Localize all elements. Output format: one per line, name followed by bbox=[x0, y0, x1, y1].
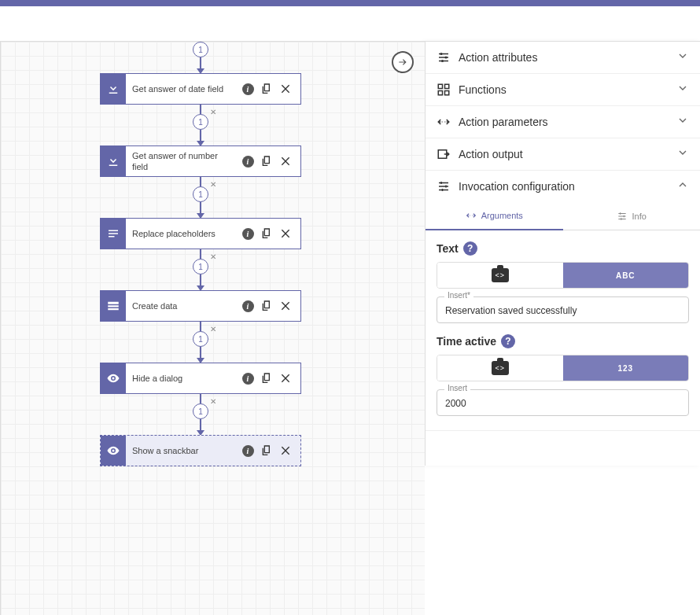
node-info-button[interactable]: i bbox=[241, 371, 255, 385]
connector-badge[interactable]: 1 bbox=[193, 42, 208, 57]
node-info-button[interactable]: i bbox=[241, 444, 255, 458]
arrow-right-icon bbox=[397, 57, 408, 68]
field-input-time[interactable] bbox=[437, 389, 689, 416]
node-copy-button[interactable] bbox=[260, 226, 274, 241]
node-info-button[interactable]: i bbox=[241, 154, 255, 168]
eye-icon bbox=[101, 363, 126, 393]
output-icon bbox=[437, 147, 451, 161]
flow-node[interactable]: Show a snackbari bbox=[100, 435, 301, 466]
toggle-code-time[interactable]: <> bbox=[437, 355, 563, 381]
node-label: Create data bbox=[126, 291, 241, 321]
toggle-literal-time[interactable]: 123 bbox=[563, 355, 689, 381]
node-delete-button[interactable] bbox=[278, 154, 293, 168]
table-icon bbox=[101, 291, 126, 321]
section-invocation-configuration[interactable]: Invocation configuration bbox=[426, 171, 700, 202]
flow-node[interactable]: Replace placeholdersi bbox=[100, 218, 301, 249]
svg-point-0 bbox=[440, 53, 443, 55]
field-label-text: Text? bbox=[437, 241, 689, 256]
section-title: Action attributes bbox=[459, 51, 669, 64]
svg-point-2 bbox=[441, 60, 444, 62]
flow-node[interactable]: Hide a dialogi bbox=[100, 363, 301, 394]
flow-node[interactable]: Get answer of number fieldi bbox=[100, 145, 301, 177]
grid-icon bbox=[437, 83, 451, 97]
chevron-down-icon bbox=[676, 50, 689, 65]
config-icon bbox=[437, 179, 451, 193]
remove-connector-icon[interactable]: ✕ bbox=[210, 325, 216, 333]
node-label: Hide a dialog bbox=[126, 363, 241, 393]
connector-badge[interactable]: 1 bbox=[193, 331, 208, 347]
section-title: Action output bbox=[459, 148, 669, 160]
node-label: Get answer of number field bbox=[126, 146, 241, 176]
node-copy-button[interactable] bbox=[260, 82, 274, 96]
collapse-panel-button[interactable] bbox=[392, 51, 414, 73]
eye-icon bbox=[101, 436, 126, 466]
node-info-button[interactable]: i bbox=[241, 82, 255, 96]
node-copy-button[interactable] bbox=[260, 444, 274, 458]
connector-badge[interactable]: 1 bbox=[193, 403, 208, 419]
section-action-parameters[interactable]: Action parameters bbox=[426, 106, 700, 138]
toggle-code-text[interactable]: <> bbox=[437, 263, 563, 288]
lines-icon bbox=[101, 219, 126, 249]
node-delete-button[interactable] bbox=[278, 444, 293, 458]
svg-rect-5 bbox=[438, 91, 442, 95]
node-delete-button[interactable] bbox=[278, 82, 293, 96]
chevron-down-icon bbox=[676, 114, 689, 130]
node-copy-button[interactable] bbox=[260, 299, 274, 313]
section-action-output[interactable]: Action output bbox=[426, 138, 700, 170]
svg-point-1 bbox=[445, 57, 448, 59]
node-copy-button[interactable] bbox=[260, 371, 274, 385]
remove-connector-icon[interactable]: ✕ bbox=[210, 252, 216, 261]
node-delete-button[interactable] bbox=[278, 299, 293, 313]
toggle-literal-text[interactable]: ABC bbox=[563, 263, 689, 288]
node-label: Replace placeholders bbox=[126, 219, 241, 249]
node-copy-button[interactable] bbox=[260, 154, 274, 168]
section-functions[interactable]: Functions bbox=[426, 74, 700, 105]
connector-badge[interactable]: 1 bbox=[193, 259, 208, 274]
help-icon[interactable]: ? bbox=[501, 334, 515, 348]
help-icon[interactable]: ? bbox=[463, 241, 477, 256]
download-icon bbox=[101, 146, 126, 176]
field-label-time: Time active? bbox=[437, 334, 689, 348]
node-label: Show a snackbar bbox=[126, 436, 241, 466]
flow-canvas[interactable]: 1Get answer of date fieldi1✕Get answer o… bbox=[0, 41, 425, 615]
properties-panel: Action attributesFunctionsAction paramet… bbox=[425, 41, 700, 466]
remove-connector-icon[interactable]: ✕ bbox=[210, 397, 216, 406]
section-title: Functions bbox=[459, 83, 669, 96]
remove-connector-icon[interactable]: ✕ bbox=[210, 180, 216, 189]
chevron-down-icon bbox=[676, 146, 689, 162]
tab-info[interactable]: Info bbox=[563, 202, 701, 230]
flow-node[interactable]: Get answer of date fieldi bbox=[100, 73, 301, 105]
field-input-text[interactable] bbox=[437, 296, 689, 323]
sliders-icon bbox=[437, 50, 451, 64]
node-delete-button[interactable] bbox=[278, 226, 293, 241]
section-action-attributes[interactable]: Action attributes bbox=[426, 42, 700, 73]
flow-node[interactable]: Create datai bbox=[100, 290, 301, 322]
section-title: Action parameters bbox=[459, 116, 669, 128]
svg-rect-6 bbox=[445, 91, 449, 95]
chevron-down-icon bbox=[676, 82, 689, 98]
params-icon bbox=[437, 115, 451, 129]
section-title: Invocation configuration bbox=[459, 180, 669, 193]
connector-badge[interactable]: 1 bbox=[193, 114, 208, 130]
node-info-button[interactable]: i bbox=[241, 299, 255, 313]
connector-badge[interactable]: 1 bbox=[193, 186, 208, 202]
node-info-button[interactable]: i bbox=[241, 226, 255, 241]
tab-arguments[interactable]: Arguments bbox=[426, 202, 563, 230]
field-legend-time: Insert bbox=[444, 384, 470, 392]
svg-rect-3 bbox=[438, 84, 442, 88]
svg-rect-4 bbox=[445, 84, 449, 88]
node-label: Get answer of date field bbox=[126, 74, 241, 104]
node-delete-button[interactable] bbox=[278, 371, 293, 385]
field-legend-text: Insert* bbox=[444, 291, 473, 300]
chevron-up-icon bbox=[676, 179, 689, 194]
remove-connector-icon[interactable]: ✕ bbox=[210, 108, 216, 116]
download-icon bbox=[101, 74, 126, 104]
